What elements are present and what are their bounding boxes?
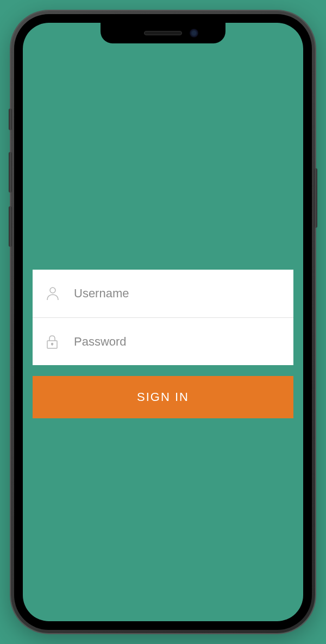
speaker-grille bbox=[144, 31, 182, 35]
power-button bbox=[314, 168, 317, 228]
username-row[interactable] bbox=[33, 270, 293, 317]
silent-switch bbox=[9, 109, 12, 130]
notch bbox=[101, 23, 225, 43]
volume-up-button bbox=[9, 152, 12, 193]
front-camera bbox=[190, 29, 198, 37]
username-input[interactable] bbox=[74, 286, 280, 301]
password-input[interactable] bbox=[74, 335, 280, 349]
user-icon bbox=[46, 286, 65, 301]
screen: SIGN IN bbox=[23, 23, 303, 621]
lock-icon bbox=[46, 334, 65, 349]
signin-button[interactable]: SIGN IN bbox=[33, 376, 293, 418]
login-form: SIGN IN bbox=[33, 270, 293, 418]
volume-down-button bbox=[9, 206, 12, 247]
phone-bezel: SIGN IN bbox=[14, 14, 312, 630]
input-card bbox=[33, 270, 293, 365]
svg-point-0 bbox=[50, 288, 55, 293]
phone-frame: SIGN IN bbox=[11, 11, 315, 633]
password-row[interactable] bbox=[33, 317, 293, 365]
